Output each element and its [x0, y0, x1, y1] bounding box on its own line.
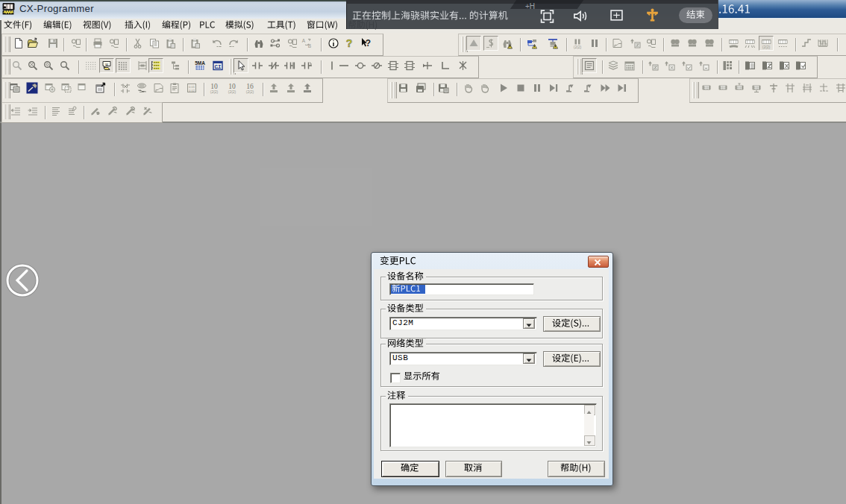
svg-text:CI: CI: [214, 64, 221, 70]
svg-text:A: A: [302, 38, 306, 43]
svg-text:(2(2): (2(2): [210, 89, 219, 94]
svg-text:(2(2): (2(2): [228, 89, 236, 94]
svg-text:(2(2): (2(2): [762, 45, 771, 49]
svg-text:(2(2): (2(2): [246, 89, 254, 94]
svg-text:?: ?: [346, 37, 353, 49]
svg-text:5MA: 5MA: [195, 60, 205, 66]
svg-text:?: ?: [366, 38, 371, 48]
svg-text:(2(2): (2(2): [574, 45, 582, 49]
svg-text:0.02: 0.02: [189, 89, 195, 92]
svg-text:w: w: [104, 62, 108, 66]
